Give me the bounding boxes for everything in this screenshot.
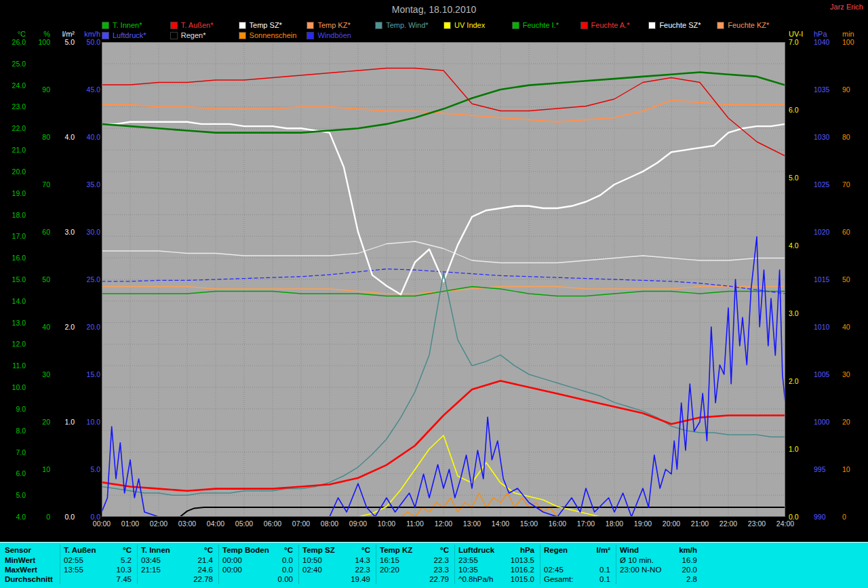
axis-tick: 26.0 <box>0 38 27 46</box>
table-cell-time: 02:40 <box>302 565 322 574</box>
table-cell: 00:000.0 <box>218 555 298 565</box>
table-cell-value: 14.3 <box>355 555 370 565</box>
legend-item-label: Feuchte I.* <box>523 21 559 30</box>
table-cell-value: 16.9 <box>682 555 697 565</box>
axis-tick: 90 <box>841 85 865 94</box>
table-cell-value: 20.0 <box>682 565 697 574</box>
table-cell: 02:450.1 <box>540 565 616 574</box>
x-axis-label: 15:00 <box>514 520 544 528</box>
table-cell: 20:2023.3 <box>376 565 454 574</box>
table-cell-time: 02:45 <box>544 565 564 574</box>
legend-item-label: T. Außen* <box>181 21 214 30</box>
x-axis-label: 00:00 <box>87 520 117 528</box>
table-header-unit: °C <box>440 545 449 555</box>
x-axis-label: 11:00 <box>400 520 430 528</box>
table-cell-value: 22.3 <box>434 555 449 565</box>
axis-tick: 17.0 <box>0 232 27 240</box>
axis-tick: 6.0 <box>787 106 813 114</box>
legend-item-label: Regen* <box>181 31 206 40</box>
axis-tick: 50.0 <box>73 38 102 46</box>
table-header-row: SensorT. Außen°CT. Innen°CTemp Boden°CTe… <box>0 545 868 555</box>
table-header-unit: °C <box>361 545 370 555</box>
axis-tick: 0.0 <box>50 513 76 521</box>
feuchte-kz-legend-marker <box>717 22 724 29</box>
table-header-unit: °C <box>284 545 293 555</box>
legend-item-label: Feuchte A.* <box>591 21 630 30</box>
axis-tick: 11.0 <box>0 361 27 370</box>
x-axis-label: 14:00 <box>486 520 515 528</box>
x-axis-label: 03:00 <box>172 520 202 528</box>
legend-row-2: Luftdruck*Regen*SonnenscheinWindböen <box>102 31 375 40</box>
weather-app-window: { "window": {"title": "Montag, 18.10.201… <box>0 0 868 588</box>
x-axis-label: 22:00 <box>713 520 743 528</box>
axis-tick: 21.0 <box>0 146 27 154</box>
axis-tick: 18.0 <box>0 211 27 219</box>
axis-tick: 1030 <box>812 133 840 141</box>
table-row-label: MinWert <box>0 555 60 565</box>
table-row-filler <box>703 565 868 574</box>
feuchte-i-legend-marker <box>512 22 519 29</box>
table-header-name: Temp SZ <box>302 545 335 555</box>
table-cell: 0.00 <box>218 574 298 584</box>
regen-legend-marker <box>170 32 178 39</box>
axis-tick: 20.0 <box>73 323 102 331</box>
axis-tick: 5.0 <box>0 491 27 499</box>
table-header-unit: °C <box>204 545 213 555</box>
x-axis-label: 21:00 <box>685 520 715 528</box>
x-axis-label: 20:00 <box>656 520 686 528</box>
axis-tick: 14.0 <box>0 297 27 305</box>
legend-item-label: UV Index <box>454 21 485 30</box>
axis-tick: 30 <box>27 370 52 378</box>
table-header-unit: °C <box>123 545 132 555</box>
legend-item: Windböen <box>307 31 375 40</box>
table-cell-value: 22.79 <box>429 574 449 584</box>
temp-sz-legend-marker <box>239 22 246 29</box>
axis-tick: 7.0 <box>0 448 27 456</box>
windböen-legend-marker <box>307 32 314 39</box>
table-cell-value: 1016.2 <box>511 565 534 574</box>
axis-tick: 80 <box>841 133 865 141</box>
table-cell-value: 0.0 <box>282 555 293 565</box>
axis-tick: 1025 <box>812 180 840 189</box>
x-axis-label: 09:00 <box>343 520 373 528</box>
axis-tick: 8.0 <box>0 427 27 435</box>
table-cell-time: 20:20 <box>380 565 399 574</box>
legend-item-label: Luftdruck* <box>113 31 146 40</box>
axis-tick: 5.0 <box>787 174 813 182</box>
chart-plot-area[interactable] <box>102 42 785 517</box>
table-cell: 22.79 <box>376 574 454 584</box>
legend-item: T. Außen* <box>170 21 239 30</box>
x-axis-label: 13:00 <box>457 520 487 528</box>
axis-tick: 15.0 <box>0 275 27 283</box>
x-axis-label: 02:00 <box>144 520 174 528</box>
legend-item: Feuchte KZ* <box>717 21 785 30</box>
axis-tick: 15.0 <box>73 370 102 378</box>
axis-tick: 1000 <box>812 418 840 426</box>
axis-tick: 1.0 <box>787 445 813 453</box>
table-cell: ^0.8hPa/h1015.0 <box>454 574 540 584</box>
legend-item: Regen* <box>170 31 239 40</box>
axis-tick: 10.0 <box>0 383 27 391</box>
axis-tick: 60 <box>27 228 52 236</box>
legend-item: Temp SZ* <box>239 21 307 30</box>
axis-tick: 70 <box>27 180 52 189</box>
table-row: MaxWert13:5510.321:1524.600:000.002:4022… <box>0 565 868 574</box>
table-cell: 10:351016.2 <box>454 565 540 574</box>
table-row-filler <box>703 574 868 584</box>
table-cell-value: 0.0 <box>282 565 293 574</box>
axis-tick: 70 <box>841 180 865 189</box>
table-cell-value: 0.1 <box>599 574 610 584</box>
axis-tick: 19.0 <box>0 189 27 197</box>
table-cell-time: 00:00 <box>222 565 242 574</box>
axis-tick: 20 <box>841 418 865 426</box>
axis-tick: 40 <box>841 323 865 331</box>
axis-tick: 4.0 <box>787 241 813 250</box>
legend-item-label: Windböen <box>317 31 351 40</box>
table-cell-value: 0.1 <box>599 565 610 574</box>
chart-svg <box>102 42 785 517</box>
table-cell: 23:551013.5 <box>454 555 540 565</box>
table-cell: 03:4521.4 <box>137 555 218 565</box>
table-cell-time: 23:55 <box>458 555 478 565</box>
axis-tick: 1020 <box>812 228 840 236</box>
table-row-filler <box>703 555 868 565</box>
